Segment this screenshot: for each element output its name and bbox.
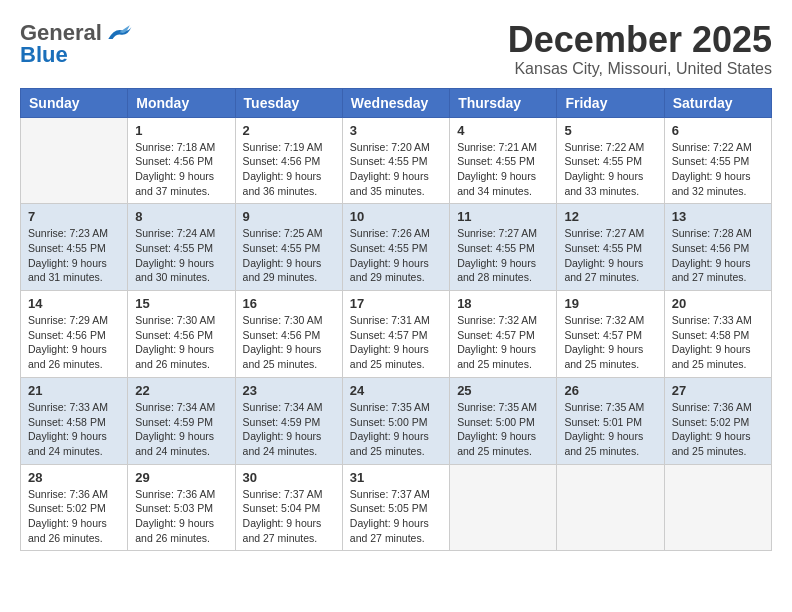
column-header-saturday: Saturday	[664, 88, 771, 117]
calendar-cell: 23Sunrise: 7:34 AMSunset: 4:59 PMDayligh…	[235, 377, 342, 464]
day-number: 29	[135, 470, 227, 485]
calendar-cell: 4Sunrise: 7:21 AMSunset: 4:55 PMDaylight…	[450, 117, 557, 204]
day-info: Sunrise: 7:36 AMSunset: 5:02 PMDaylight:…	[28, 487, 120, 546]
column-header-wednesday: Wednesday	[342, 88, 449, 117]
calendar-cell: 22Sunrise: 7:34 AMSunset: 4:59 PMDayligh…	[128, 377, 235, 464]
logo: General Blue	[20, 20, 134, 68]
day-number: 2	[243, 123, 335, 138]
day-info: Sunrise: 7:31 AMSunset: 4:57 PMDaylight:…	[350, 313, 442, 372]
day-info: Sunrise: 7:36 AMSunset: 5:02 PMDaylight:…	[672, 400, 764, 459]
day-number: 19	[564, 296, 656, 311]
day-info: Sunrise: 7:26 AMSunset: 4:55 PMDaylight:…	[350, 226, 442, 285]
day-number: 8	[135, 209, 227, 224]
day-number: 17	[350, 296, 442, 311]
calendar-cell: 26Sunrise: 7:35 AMSunset: 5:01 PMDayligh…	[557, 377, 664, 464]
calendar-cell: 19Sunrise: 7:32 AMSunset: 4:57 PMDayligh…	[557, 291, 664, 378]
day-number: 21	[28, 383, 120, 398]
calendar-cell: 13Sunrise: 7:28 AMSunset: 4:56 PMDayligh…	[664, 204, 771, 291]
calendar-cell	[21, 117, 128, 204]
day-info: Sunrise: 7:19 AMSunset: 4:56 PMDaylight:…	[243, 140, 335, 199]
day-number: 23	[243, 383, 335, 398]
calendar-cell: 16Sunrise: 7:30 AMSunset: 4:56 PMDayligh…	[235, 291, 342, 378]
calendar-cell: 24Sunrise: 7:35 AMSunset: 5:00 PMDayligh…	[342, 377, 449, 464]
day-number: 30	[243, 470, 335, 485]
day-number: 14	[28, 296, 120, 311]
day-number: 1	[135, 123, 227, 138]
day-info: Sunrise: 7:28 AMSunset: 4:56 PMDaylight:…	[672, 226, 764, 285]
day-number: 18	[457, 296, 549, 311]
day-number: 15	[135, 296, 227, 311]
column-header-friday: Friday	[557, 88, 664, 117]
calendar-week-row: 14Sunrise: 7:29 AMSunset: 4:56 PMDayligh…	[21, 291, 772, 378]
day-number: 4	[457, 123, 549, 138]
day-number: 25	[457, 383, 549, 398]
day-info: Sunrise: 7:27 AMSunset: 4:55 PMDaylight:…	[564, 226, 656, 285]
logo-blue-text: Blue	[20, 42, 68, 68]
day-info: Sunrise: 7:36 AMSunset: 5:03 PMDaylight:…	[135, 487, 227, 546]
page-header: General Blue December 2025 Kansas City, …	[20, 20, 772, 78]
calendar-week-row: 28Sunrise: 7:36 AMSunset: 5:02 PMDayligh…	[21, 464, 772, 551]
logo-bird-icon	[104, 23, 134, 43]
day-number: 28	[28, 470, 120, 485]
day-info: Sunrise: 7:30 AMSunset: 4:56 PMDaylight:…	[243, 313, 335, 372]
day-info: Sunrise: 7:37 AMSunset: 5:05 PMDaylight:…	[350, 487, 442, 546]
calendar-header-row: SundayMondayTuesdayWednesdayThursdayFrid…	[21, 88, 772, 117]
month-title: December 2025	[508, 20, 772, 60]
day-info: Sunrise: 7:32 AMSunset: 4:57 PMDaylight:…	[564, 313, 656, 372]
calendar-week-row: 7Sunrise: 7:23 AMSunset: 4:55 PMDaylight…	[21, 204, 772, 291]
day-number: 11	[457, 209, 549, 224]
day-number: 26	[564, 383, 656, 398]
day-number: 5	[564, 123, 656, 138]
day-info: Sunrise: 7:33 AMSunset: 4:58 PMDaylight:…	[28, 400, 120, 459]
day-number: 16	[243, 296, 335, 311]
day-info: Sunrise: 7:18 AMSunset: 4:56 PMDaylight:…	[135, 140, 227, 199]
day-number: 27	[672, 383, 764, 398]
calendar-cell: 20Sunrise: 7:33 AMSunset: 4:58 PMDayligh…	[664, 291, 771, 378]
column-header-monday: Monday	[128, 88, 235, 117]
day-number: 6	[672, 123, 764, 138]
day-number: 12	[564, 209, 656, 224]
title-section: December 2025 Kansas City, Missouri, Uni…	[508, 20, 772, 78]
calendar-cell: 30Sunrise: 7:37 AMSunset: 5:04 PMDayligh…	[235, 464, 342, 551]
day-info: Sunrise: 7:35 AMSunset: 5:00 PMDaylight:…	[457, 400, 549, 459]
calendar-cell: 25Sunrise: 7:35 AMSunset: 5:00 PMDayligh…	[450, 377, 557, 464]
calendar-cell: 3Sunrise: 7:20 AMSunset: 4:55 PMDaylight…	[342, 117, 449, 204]
location-title: Kansas City, Missouri, United States	[508, 60, 772, 78]
day-number: 7	[28, 209, 120, 224]
calendar-cell: 6Sunrise: 7:22 AMSunset: 4:55 PMDaylight…	[664, 117, 771, 204]
calendar-cell	[557, 464, 664, 551]
calendar-cell: 14Sunrise: 7:29 AMSunset: 4:56 PMDayligh…	[21, 291, 128, 378]
calendar-week-row: 21Sunrise: 7:33 AMSunset: 4:58 PMDayligh…	[21, 377, 772, 464]
day-number: 3	[350, 123, 442, 138]
calendar-cell: 7Sunrise: 7:23 AMSunset: 4:55 PMDaylight…	[21, 204, 128, 291]
day-info: Sunrise: 7:34 AMSunset: 4:59 PMDaylight:…	[243, 400, 335, 459]
calendar-cell: 11Sunrise: 7:27 AMSunset: 4:55 PMDayligh…	[450, 204, 557, 291]
calendar-cell: 10Sunrise: 7:26 AMSunset: 4:55 PMDayligh…	[342, 204, 449, 291]
day-info: Sunrise: 7:37 AMSunset: 5:04 PMDaylight:…	[243, 487, 335, 546]
calendar-cell: 9Sunrise: 7:25 AMSunset: 4:55 PMDaylight…	[235, 204, 342, 291]
calendar-cell: 5Sunrise: 7:22 AMSunset: 4:55 PMDaylight…	[557, 117, 664, 204]
calendar-cell: 1Sunrise: 7:18 AMSunset: 4:56 PMDaylight…	[128, 117, 235, 204]
calendar-cell	[664, 464, 771, 551]
day-info: Sunrise: 7:30 AMSunset: 4:56 PMDaylight:…	[135, 313, 227, 372]
calendar-cell: 29Sunrise: 7:36 AMSunset: 5:03 PMDayligh…	[128, 464, 235, 551]
day-number: 22	[135, 383, 227, 398]
column-header-sunday: Sunday	[21, 88, 128, 117]
day-info: Sunrise: 7:22 AMSunset: 4:55 PMDaylight:…	[672, 140, 764, 199]
calendar-week-row: 1Sunrise: 7:18 AMSunset: 4:56 PMDaylight…	[21, 117, 772, 204]
day-number: 20	[672, 296, 764, 311]
calendar-table: SundayMondayTuesdayWednesdayThursdayFrid…	[20, 88, 772, 552]
calendar-cell: 17Sunrise: 7:31 AMSunset: 4:57 PMDayligh…	[342, 291, 449, 378]
calendar-cell: 8Sunrise: 7:24 AMSunset: 4:55 PMDaylight…	[128, 204, 235, 291]
day-number: 31	[350, 470, 442, 485]
calendar-cell: 31Sunrise: 7:37 AMSunset: 5:05 PMDayligh…	[342, 464, 449, 551]
day-info: Sunrise: 7:32 AMSunset: 4:57 PMDaylight:…	[457, 313, 549, 372]
column-header-tuesday: Tuesday	[235, 88, 342, 117]
day-info: Sunrise: 7:27 AMSunset: 4:55 PMDaylight:…	[457, 226, 549, 285]
calendar-cell: 27Sunrise: 7:36 AMSunset: 5:02 PMDayligh…	[664, 377, 771, 464]
day-info: Sunrise: 7:24 AMSunset: 4:55 PMDaylight:…	[135, 226, 227, 285]
day-info: Sunrise: 7:22 AMSunset: 4:55 PMDaylight:…	[564, 140, 656, 199]
day-info: Sunrise: 7:29 AMSunset: 4:56 PMDaylight:…	[28, 313, 120, 372]
day-info: Sunrise: 7:35 AMSunset: 5:01 PMDaylight:…	[564, 400, 656, 459]
calendar-cell: 12Sunrise: 7:27 AMSunset: 4:55 PMDayligh…	[557, 204, 664, 291]
